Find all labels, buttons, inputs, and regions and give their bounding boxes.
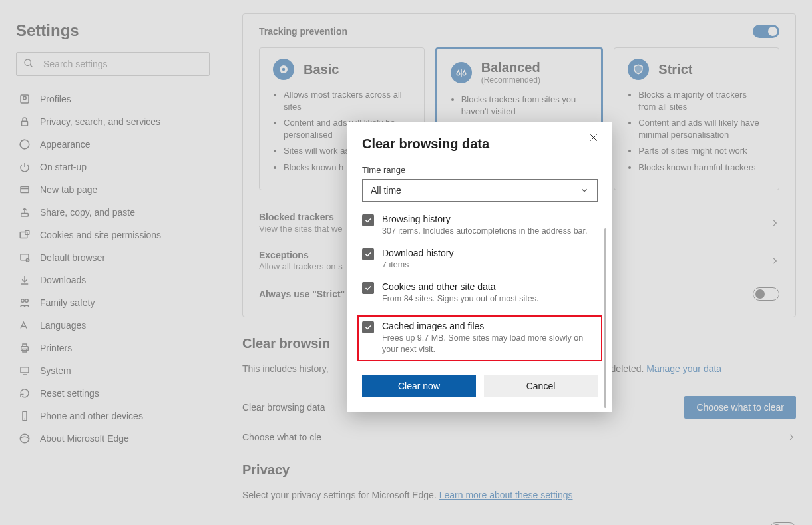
time-range-label: Time range [362,165,598,175]
chevron-down-icon [580,186,589,195]
checkbox-icon[interactable] [362,282,374,294]
check-download-history[interactable]: Download history7 items [362,248,598,271]
time-range-select[interactable]: All time [362,179,598,202]
dialog-close-button[interactable] [588,132,602,146]
clear-now-button[interactable]: Clear now [362,375,476,397]
dialog-title: Clear browsing data [362,136,598,152]
checkbox-icon[interactable] [362,248,374,260]
highlighted-cached-row: Cached images and filesFrees up 9.7 MB. … [357,315,602,362]
check-browsing-history[interactable]: Browsing history307 items. Includes auto… [362,214,598,237]
dialog-scrollbar[interactable] [604,228,606,408]
check-cookies[interactable]: Cookies and other site dataFrom 84 sites… [362,281,598,305]
checkbox-icon[interactable] [362,214,374,226]
close-icon [588,132,599,143]
clear-browsing-dialog: Clear browsing data Time range All time … [347,122,612,412]
cancel-button[interactable]: Cancel [484,375,598,397]
check-cached[interactable]: Cached images and filesFrees up 9.7 MB. … [362,321,598,355]
checkbox-icon[interactable] [362,321,374,333]
